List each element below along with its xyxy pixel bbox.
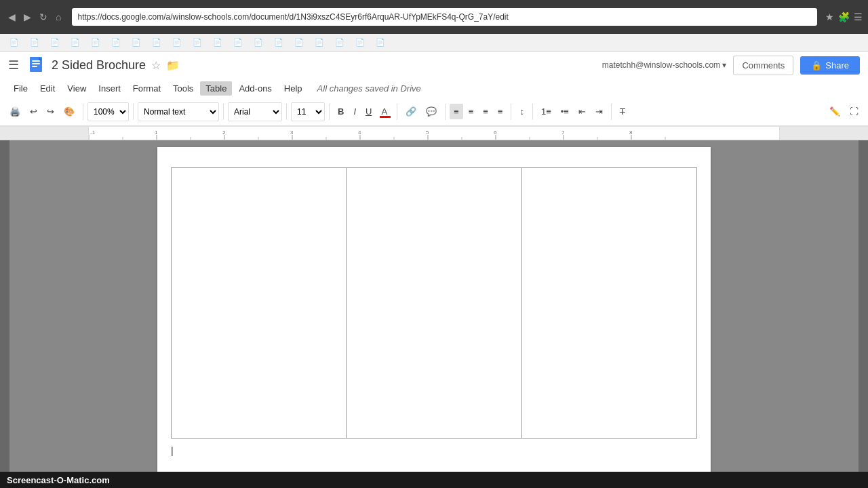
link-button[interactable]: 🔗 [401,104,420,119]
numbered-list-button[interactable]: 1≡ [537,104,555,119]
bulleted-list-button[interactable]: •≡ [557,104,573,119]
align-left-button[interactable]: ≡ [450,104,463,119]
table-cell-2[interactable] [347,168,521,439]
bookmark-item[interactable]: 📄 [66,37,84,48]
comments-button[interactable]: Comments [733,56,793,75]
gdocs-header: ☰ 2 Sided Brochure ☆ 📁 matetchh@winslow-… [0,52,868,127]
reload-button[interactable]: ↻ [37,10,50,24]
folder-icon[interactable]: 📁 [166,59,180,72]
browser-chrome: ◀ ▶ ↻ ⌂ https://docs.google.com/a/winslo… [0,0,868,34]
font-select[interactable]: Arial Times New Roman Courier New [228,102,282,121]
clear-formatting-button[interactable]: T̶ [616,104,629,119]
brochure-table[interactable] [171,167,697,439]
menu-format[interactable]: Format [127,81,166,96]
decrease-indent-button[interactable]: ⇤ [574,104,590,119]
sidebar-right [859,140,868,472]
bookmark-item[interactable]: 📄 [189,37,206,48]
redo-button[interactable]: ↪ [43,104,58,119]
url-text: https://docs.google.com/a/winslow-school… [77,12,508,22]
ruler-marks-svg: -1 1 2 3 4 5 6 7 [89,127,779,140]
bookmark-item[interactable]: 📄 [331,37,349,48]
lock-icon: 🔒 [811,60,822,70]
separator-3 [223,104,224,120]
separator-2 [133,104,134,120]
screencast-label: Screencast-O-Matic.com [7,475,110,485]
bookmark-item[interactable]: 📄 [372,37,389,48]
bold-button[interactable]: B [334,104,348,119]
nav-buttons: ◀ ▶ ↻ ⌂ [5,10,64,24]
bookmark-item[interactable]: 📄 [311,37,328,48]
bookmark-item[interactable]: 📄 [127,37,145,48]
bookmark-item[interactable]: 📄 [148,37,165,48]
table-cell-1[interactable] [172,168,347,439]
separator-10 [611,104,612,120]
expand-button[interactable]: ⛶ [846,104,863,119]
user-email[interactable]: matetchh@winslow-schools.com ▾ [602,60,727,70]
bookmark-item[interactable]: 📄 [5,37,23,48]
bookmark-item[interactable]: 📄 [250,37,267,48]
print-button[interactable]: 🖨️ [5,104,24,119]
title-left: ☰ 2 Sided Brochure ☆ 📁 [8,56,180,75]
forward-button[interactable]: ▶ [21,10,34,24]
back-button[interactable]: ◀ [5,10,18,24]
menu-insert[interactable]: Insert [93,81,126,96]
title-right: matetchh@winslow-schools.com ▾ Comments … [602,56,860,75]
menu-table[interactable]: Table [200,81,232,96]
italic-button[interactable]: I [349,104,360,119]
font-size-select[interactable]: 11 10 12 14 [291,102,325,121]
justify-button[interactable]: ≡ [494,104,507,119]
star-icon[interactable]: ☆ [151,59,161,72]
paint-format-button[interactable]: 🎨 [60,104,79,119]
sidebar-toggle-icon[interactable]: ☰ [8,58,19,73]
browser-actions: ★ 🧩 ☰ [825,12,863,22]
menu-bar: File Edit View Insert Format Tools Table… [0,79,868,98]
bookmark-item[interactable]: 📄 [168,37,186,48]
line-spacing-button[interactable]: ↕ [515,104,528,119]
bookmark-item[interactable]: 📄 [209,37,226,48]
menu-edit[interactable]: Edit [35,81,60,96]
underline-button[interactable]: U [361,104,376,119]
autosave-message: All changes saved in Drive [317,83,421,94]
style-select[interactable]: Normal text Heading 1 Heading 2 [138,102,219,121]
align-right-button[interactable]: ≡ [479,104,492,119]
menu-tools[interactable]: Tools [167,81,199,96]
menu-help[interactable]: Help [279,81,308,96]
content-area: | [0,140,868,472]
bookmark-item[interactable]: 📄 [351,37,369,48]
separator-8 [511,104,511,120]
table-cell-3[interactable] [521,168,696,439]
page-content[interactable]: | [157,147,711,472]
bookmark-item[interactable]: 📄 [270,37,288,48]
bookmark-item[interactable]: 📄 [290,37,308,48]
bookmark-item[interactable]: 📄 [26,37,43,48]
document-page[interactable]: | [157,147,711,472]
home-button[interactable]: ⌂ [53,10,64,24]
bookmark-icon[interactable]: ★ [825,12,834,22]
menu-file[interactable]: File [8,81,33,96]
text-color-button[interactable]: A [377,104,393,119]
cursor-position: | [171,445,174,456]
extensions-icon[interactable]: 🧩 [838,12,850,22]
comment-button[interactable]: 💬 [422,104,441,119]
bookmark-item[interactable]: 📄 [229,37,247,48]
address-bar[interactable]: https://docs.google.com/a/winslow-school… [72,8,817,26]
separator-9 [532,104,533,120]
menu-icon[interactable]: ☰ [854,12,863,22]
increase-indent-button[interactable]: ⇥ [591,104,607,119]
document-area[interactable]: | [9,140,859,472]
toolbar: 🖨️ ↩ ↪ 🎨 100% 75% 125% 150% Normal text … [0,98,868,126]
zoom-select[interactable]: 100% 75% 125% 150% [87,102,129,121]
edit-mode-button[interactable]: ✏️ [825,104,844,119]
separator-7 [445,104,446,120]
align-center-button[interactable]: ≡ [465,104,478,119]
share-button[interactable]: 🔒 Share [800,56,860,75]
bookmark-item[interactable]: 📄 [46,37,64,48]
doc-title[interactable]: 2 Sided Brochure [52,58,146,73]
undo-button[interactable]: ↩ [26,104,41,119]
cursor-area[interactable]: | [171,445,697,456]
bookmark-item[interactable]: 📄 [87,37,104,48]
menu-addons[interactable]: Add-ons [233,81,277,96]
menu-view[interactable]: View [62,81,92,96]
bookmark-item[interactable]: 📄 [107,37,125,48]
svg-rect-2 [32,63,40,64]
